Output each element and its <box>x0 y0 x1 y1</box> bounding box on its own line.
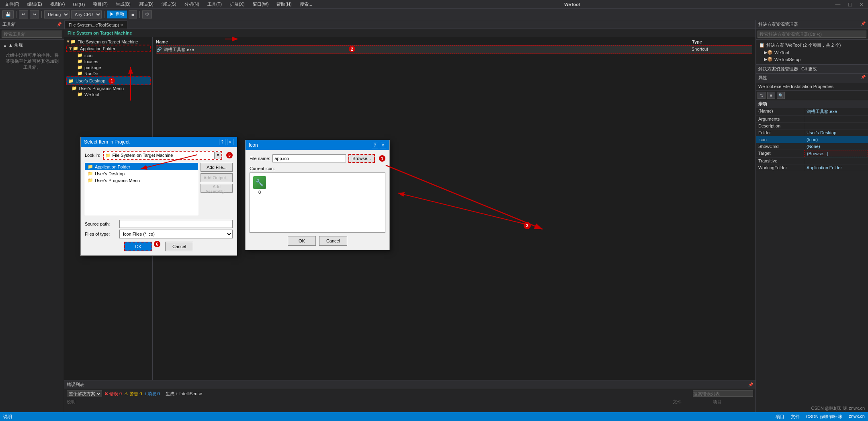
props-val <box>804 123 868 129</box>
fs-programs-folder[interactable]: 📁 User's Programs Menu <box>66 85 151 91</box>
props-key: Description <box>756 123 804 129</box>
menu-tools[interactable]: 工具(T) <box>206 0 223 8</box>
debug-mode-select[interactable]: Debug <box>44 10 70 18</box>
filetype-select[interactable]: Icon Files (*.ico) <box>119 230 233 238</box>
menu-edit[interactable]: 编辑(E) <box>26 0 44 8</box>
solution-explorer-title: 解决方案资源管理器 <box>758 21 798 27</box>
sol-wetoolsetup-item[interactable]: ▶📦 WeToolSetup <box>757 56 866 63</box>
add-btn-2[interactable]: Add Assembly... <box>201 184 233 193</box>
toolbar-undo[interactable]: ↩ <box>19 10 28 18</box>
run-button[interactable]: ▶ 启动 <box>107 10 127 18</box>
close-btn[interactable]: × <box>858 0 865 8</box>
toolbar-redo[interactable]: ↪ <box>30 10 39 18</box>
menu-window[interactable]: 窗口(W) <box>251 0 270 8</box>
browse-btn[interactable]: Browse... <box>348 154 375 163</box>
git-sol-label[interactable]: 解决方案资源管理器 <box>758 66 798 72</box>
icon-close-btn[interactable]: × <box>380 142 386 148</box>
sol-solution-item[interactable]: 📋 解决方案 'WeTool' (2 个项目，共 2 个) <box>757 41 866 49</box>
select-item-dialog[interactable]: Select Item in Project ? × Look in: 📁 Fi… <box>80 137 237 256</box>
props-row-ShowCmd[interactable]: ShowCmd(None) <box>756 143 868 150</box>
shortcut-file-row[interactable]: 🔗 沟槽工具箱.exe Shortcut <box>156 45 752 54</box>
error-panel: 错误列表 📌 整个解决方案 ✖ 错误 0 ⚠ 警告 0 ℹ 消息 0 生成 + … <box>64 380 755 412</box>
tree-arrow: ▲ <box>3 43 7 47</box>
menu-help[interactable]: 帮助(H) <box>275 0 293 8</box>
icon-title: Icon <box>249 142 258 148</box>
icon-help-btn[interactable]: ? <box>372 142 378 148</box>
icon-ok-btn[interactable]: OK <box>288 236 316 246</box>
menu-search[interactable]: 搜索... <box>298 0 314 8</box>
menu-build[interactable]: 生成(B) <box>114 0 132 8</box>
toolbar-sep-4 <box>139 11 140 18</box>
props-pin[interactable]: 📌 <box>861 75 866 79</box>
shortcut-type-text: Shortcut <box>692 47 752 53</box>
icon-dialog[interactable]: Icon ? × File name: Browse... 1 Current … <box>245 140 390 250</box>
props-val: (None) <box>804 143 868 150</box>
props-row-Folder[interactable]: FolderUser's Desktop <box>756 129 868 136</box>
minimize-btn[interactable]: ─ <box>834 0 842 9</box>
fs-app-folder[interactable]: ▼📁 Application Folder <box>66 45 151 52</box>
toolbox-general-item[interactable]: ▲ ▲ 常规 <box>2 41 62 49</box>
error-search-input[interactable] <box>693 390 753 397</box>
sol-wetool-item[interactable]: ▶📦 WeTool <box>757 49 866 56</box>
menu-extensions[interactable]: 扩展(X) <box>228 0 246 8</box>
toolbar-extra[interactable]: ⚙ <box>142 10 152 18</box>
fs-rundir-folder[interactable]: 📁 RunDir <box>66 70 151 76</box>
file-name-input[interactable] <box>272 154 346 162</box>
git-changes-label[interactable]: Git 更改 <box>801 66 817 72</box>
props-row-Icon[interactable]: Icon(Icon) <box>756 136 868 143</box>
props-sort-btn[interactable]: ⇅ <box>757 92 766 99</box>
toolbox-search-input[interactable] <box>2 31 62 38</box>
menu-view[interactable]: 视图(V) <box>49 0 67 8</box>
fs-desktop-folder[interactable]: 📁 User's Desktop 1 <box>66 76 151 85</box>
menu-test[interactable]: 测试(S) <box>160 0 178 8</box>
props-row-Description[interactable]: Description <box>756 123 868 129</box>
menu-debug[interactable]: 调试(D) <box>137 0 155 8</box>
solution-search-area <box>756 29 868 40</box>
icon-cancel-btn[interactable]: Cancel <box>319 236 347 246</box>
folder-app-folder[interactable]: 📁 Application Folder <box>85 163 198 170</box>
select-item-help[interactable]: ? <box>219 139 225 145</box>
maximize-btn[interactable]: □ <box>847 0 853 8</box>
fs-package-folder[interactable]: 📁 package <box>66 64 151 70</box>
folder-users-desktop[interactable]: 📁 User's Desktop <box>85 170 198 177</box>
scope-select[interactable]: 整个解决方案 <box>67 390 102 397</box>
menu-project[interactable]: 项目(P) <box>91 0 109 8</box>
toolbar-save[interactable]: 💾 <box>2 10 14 18</box>
se-pin[interactable]: 📌 <box>861 21 866 27</box>
look-in-dropdown-btn[interactable]: ▼ <box>214 152 221 159</box>
error-panel-pin[interactable]: 📌 <box>748 382 753 387</box>
menu-file[interactable]: 文件(F) <box>3 0 21 8</box>
fs-root-item[interactable]: ▼📁 File System on Target Machine <box>66 39 151 45</box>
props-category-btn[interactable]: ≡ <box>767 92 775 99</box>
source-path-input[interactable] <box>119 220 233 228</box>
select-item-cancel-btn[interactable]: Cancel <box>165 242 193 251</box>
select-item-ok-btn[interactable]: OK <box>124 242 152 251</box>
props-filter-btn[interactable]: 🔍 <box>777 92 785 99</box>
look-in-combo[interactable]: 📁 File System on Target Machine ▼ <box>103 151 222 160</box>
folder-programs-menu[interactable]: 📁 User's Programs Menu <box>85 177 198 184</box>
menu-git[interactable]: Git(G) <box>71 1 86 8</box>
git-bar: 解决方案资源管理器 Git 更改 <box>756 64 868 73</box>
props-val[interactable]: (Browse...) <box>804 150 868 157</box>
add-btn-1[interactable]: Add Output... <box>201 173 233 182</box>
props-row-Arguments[interactable]: Arguments <box>756 116 868 123</box>
props-row-Target[interactable]: Target(Browse...) <box>756 150 868 158</box>
solution-search-input[interactable] <box>757 31 866 38</box>
props-row--Name-[interactable]: (Name)沟槽工具箱.exe <box>756 108 868 116</box>
props-row-Transitive[interactable]: Transitive <box>756 158 868 164</box>
sol-wetoolsetup-label: WeToolSetup <box>774 57 800 62</box>
stop-button[interactable]: ■ <box>129 10 137 18</box>
add-btn-0[interactable]: Add File... <box>201 163 233 172</box>
props-row-WorkingFolder[interactable]: WorkingFolderApplication Folder <box>756 164 868 171</box>
icon-item-0[interactable]: 🔧 0 <box>253 176 266 195</box>
select-item-titlebar: Select Item in Project ? × <box>81 137 237 147</box>
fs-wetool-folder[interactable]: 📁 WeTool <box>66 91 151 97</box>
icon-preview: 🔧 0 <box>250 173 385 233</box>
fs-locales-folder[interactable]: 📁 locales <box>66 58 151 64</box>
cpu-select[interactable]: Any CPU <box>71 10 102 18</box>
select-item-close[interactable]: × <box>227 139 233 145</box>
menu-analyze[interactable]: 分析(N) <box>183 0 201 8</box>
toolbox-pin[interactable]: 📌 <box>57 22 61 27</box>
fs-tab[interactable]: File System...eToolSetup) × <box>64 21 127 29</box>
fs-icon-folder[interactable]: 📁 icon <box>66 52 151 58</box>
